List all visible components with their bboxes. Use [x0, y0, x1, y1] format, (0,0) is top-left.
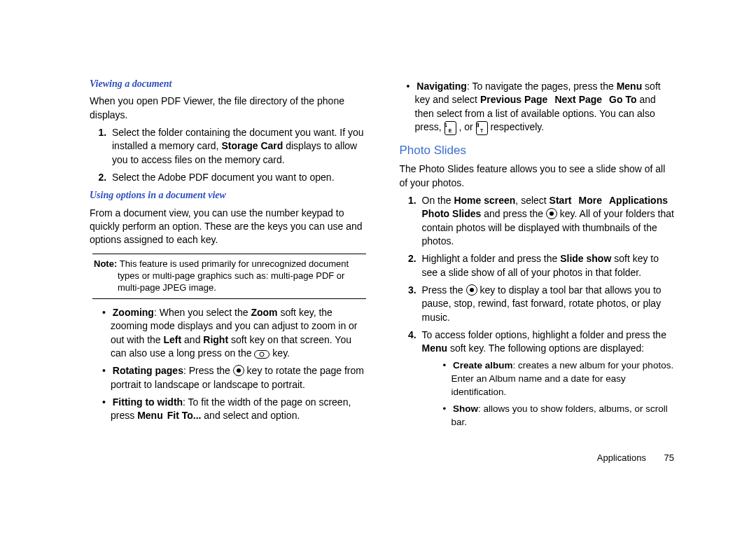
note-box: Note: This feature is used primarily for…: [92, 254, 366, 299]
key-1-icon: 1E: [444, 121, 456, 135]
text: , or: [456, 121, 476, 132]
subbullet-show: Show: allows you to show folders, albums…: [443, 403, 676, 429]
bold-text: Previous Page: [480, 94, 548, 105]
heading-viewing: Viewing a document: [90, 77, 366, 90]
text: : When you select the: [154, 307, 251, 318]
bullet-list: Navigating: To navigate the pages, press…: [407, 80, 676, 135]
text: and: [181, 334, 203, 345]
section-title-photo-slides: Photo Slides: [400, 142, 676, 158]
heading-options: Using options in a document view: [90, 188, 366, 202]
bold-text: Start: [550, 195, 572, 206]
page-footer: Applications 75: [400, 452, 676, 464]
paragraph: From a document view, you can use the nu…: [90, 207, 366, 247]
key-3-icon: ∃T: [476, 121, 488, 135]
bold-text: More: [579, 195, 602, 206]
text: Highlight a folder and press the: [422, 253, 561, 264]
text: key.: [270, 347, 290, 359]
right-column: Navigating: To navigate the pages, press…: [400, 76, 676, 519]
list-item: Press the key to display a tool bar that…: [419, 284, 676, 324]
center-key-icon: [233, 365, 244, 376]
bold-text: Menu: [137, 410, 163, 421]
manual-page: Viewing a document When you open PDF Vie…: [0, 0, 756, 540]
text: Press the: [422, 284, 466, 296]
bold-text: Go To: [609, 94, 636, 105]
footer-page-number: 75: [664, 452, 674, 463]
ordered-list: On the Home screen, select StartMoreAppl…: [400, 194, 676, 429]
text: soft key. The following options are disp…: [447, 342, 644, 354]
sub-bullet-list: Create album: creates a new album for yo…: [443, 359, 676, 429]
list-item: Highlight a folder and press the Slide s…: [419, 252, 676, 279]
text: To access folder options, highlight a fo…: [422, 329, 666, 340]
bold-text: Right: [203, 334, 228, 345]
bullet-rotating: Rotating pages: Press the key to rotate …: [102, 364, 366, 392]
bold-text: Menu: [422, 342, 448, 354]
text: : allows you to show folders, albums, or…: [451, 403, 668, 427]
bullet-label: Rotating pages: [113, 365, 183, 376]
ordered-list: Select the folder containing the documen…: [90, 126, 366, 184]
paragraph: When you open PDF Viewer, the file direc…: [90, 95, 366, 122]
bold-text: Photo Slides: [422, 208, 482, 219]
bullet-zooming: Zooming: When you select the Zoom soft k…: [102, 306, 366, 360]
text: : To navigate the pages, press the: [467, 81, 617, 92]
text: , select: [515, 195, 549, 206]
bold-text: Left: [164, 334, 182, 345]
center-key-icon: [546, 208, 557, 219]
text: : Press the: [183, 365, 233, 376]
list-item: Select the Adobe PDF document you want t…: [109, 171, 366, 184]
bold-text: Zoom: [251, 307, 277, 318]
text: respectively.: [488, 121, 545, 132]
bullet-fitting: Fitting to width: To fit the width of th…: [102, 396, 366, 423]
bullet-label: Show: [453, 403, 478, 414]
bold-text: Applications: [609, 195, 668, 206]
bold-text: Next Page: [554, 94, 602, 105]
bullet-label: Fitting to width: [113, 396, 183, 408]
list-item: Select the folder containing the documen…: [109, 126, 366, 167]
left-column: Viewing a document When you open PDF Vie…: [90, 76, 366, 519]
footer-chapter: Applications: [597, 452, 646, 463]
list-item: On the Home screen, select StartMoreAppl…: [419, 194, 676, 248]
bold-text: Slide show: [560, 253, 611, 264]
paragraph: The Photo Slides feature allows you to s…: [400, 162, 676, 190]
bullet-label: Create album: [453, 360, 513, 371]
bold-text: Storage Card: [221, 140, 283, 151]
bullet-list: Zooming: When you select the Zoom soft k…: [102, 306, 366, 423]
camera-key-icon: [254, 350, 270, 359]
text: On the: [422, 195, 454, 206]
bold-text: Menu: [617, 81, 643, 92]
note-label: Note:: [94, 258, 120, 269]
text: and select and option.: [201, 410, 300, 421]
text: and press the: [481, 208, 546, 219]
bold-text: Home screen: [454, 195, 515, 206]
text: key to: [244, 365, 276, 376]
bold-text: Fit To...: [167, 410, 202, 421]
subbullet-create-album: Create album: creates a new album for yo…: [443, 359, 676, 399]
center-key-icon: [466, 284, 477, 296]
note-text: This feature is used primarily for unrec…: [118, 258, 349, 293]
bullet-navigating: Navigating: To navigate the pages, press…: [407, 80, 676, 135]
bullet-label: Zooming: [113, 307, 154, 318]
bullet-label: Navigating: [416, 81, 467, 92]
list-item: To access folder options, highlight a fo…: [419, 328, 676, 429]
